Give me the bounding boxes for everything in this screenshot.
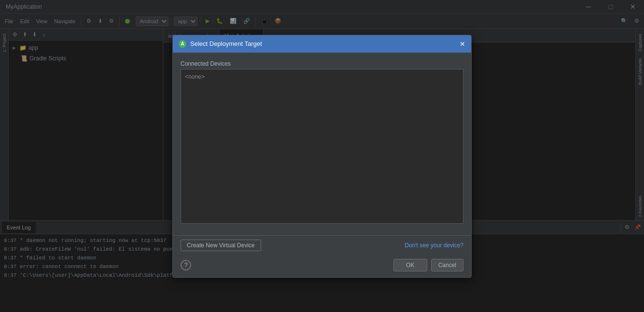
devices-area: <none> — [181, 69, 463, 224]
create-virtual-device-btn[interactable]: Create New Virtual Device — [181, 240, 261, 251]
dialog-buttons: OK Cancel — [393, 259, 463, 271]
dialog-body: Connected Devices <none> — [173, 53, 471, 235]
dialog-overlay: A Select Deployment Target ✕ Connected D… — [0, 0, 644, 312]
dialog-android-icon: A — [179, 40, 186, 48]
select-deployment-dialog: A Select Deployment Target ✕ Connected D… — [172, 35, 472, 278]
help-icon-btn[interactable]: ? — [181, 260, 191, 270]
dont-see-device-link[interactable]: Don't see your device? — [405, 242, 463, 249]
connected-devices-label: Connected Devices — [181, 60, 463, 67]
dialog-actions: ? OK Cancel — [173, 255, 471, 277]
none-label: <none> — [185, 73, 205, 80]
dialog-title-bar: A Select Deployment Target ✕ — [173, 35, 471, 53]
cancel-btn[interactable]: Cancel — [431, 259, 463, 271]
dialog-bottom-row: Create New Virtual Device Don't see your… — [173, 235, 471, 255]
dialog-title: Select Deployment Target — [190, 40, 262, 47]
dialog-close-btn[interactable]: ✕ — [458, 39, 467, 49]
ok-btn[interactable]: OK — [393, 259, 427, 271]
